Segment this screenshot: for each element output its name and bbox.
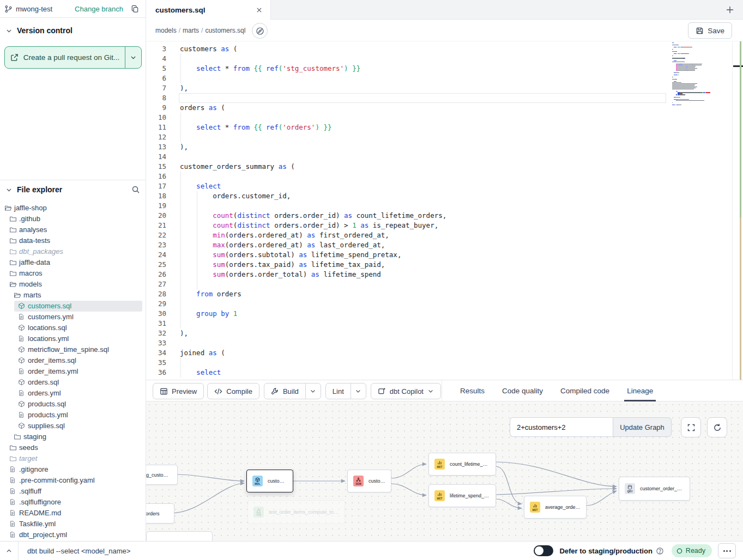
file-tree-item[interactable]: locations.sql bbox=[0, 322, 146, 333]
file-tree-item[interactable]: order_items.yml bbox=[0, 366, 146, 377]
annotation-strip bbox=[740, 41, 741, 380]
lineage-node-count-lifetime-orders[interactable]: METcount_lifetime_orders bbox=[428, 453, 496, 476]
lineage-node-customers[interactable]: SEMcustomers bbox=[347, 470, 391, 492]
more-options-button[interactable] bbox=[718, 543, 736, 558]
file-tree-item[interactable]: metricflow_time_spine.sql bbox=[0, 344, 146, 355]
file-tree-item[interactable]: data-tests bbox=[0, 235, 146, 246]
file-tree-item[interactable]: dbt_packages bbox=[0, 246, 146, 257]
file-tree-item[interactable]: jaffle-data bbox=[0, 257, 146, 268]
refresh-button[interactable] bbox=[707, 417, 727, 437]
file-tree-item[interactable]: macros bbox=[0, 268, 146, 279]
build-button[interactable]: Build bbox=[264, 384, 305, 399]
preview-button[interactable]: Preview bbox=[153, 383, 204, 399]
lineage-node-lifetime-spend-pretax[interactable]: METlifetime_spend_pretax bbox=[428, 484, 496, 507]
lineage-node-stg-customers[interactable]: MDLstg_customers bbox=[146, 465, 178, 485]
file-tree-item[interactable]: analyses bbox=[0, 224, 146, 235]
lineage-panel[interactable]: MDLstg_customersMDLordersMDLcustomersTST… bbox=[146, 401, 743, 541]
file-tree-item[interactable]: .pre-commit-config.yaml bbox=[0, 475, 146, 486]
new-tab-button[interactable] bbox=[724, 4, 735, 15]
lineage-node-partial[interactable] bbox=[146, 531, 213, 541]
create-pr-button[interactable]: Create a pull request on Git... bbox=[4, 46, 142, 69]
code-line: 3customers as ( bbox=[146, 44, 743, 54]
save-button[interactable]: Save bbox=[688, 22, 732, 39]
lineage-node-customers[interactable]: MDLcustomers bbox=[246, 470, 293, 492]
editor-toolbar: Preview Compile Build Lint bbox=[146, 380, 743, 401]
file-tree-item[interactable]: .gitignore bbox=[0, 464, 146, 475]
code-editor[interactable]: 23customers as (45 select * from {{ ref(… bbox=[146, 41, 743, 380]
file-tree-item[interactable]: staging bbox=[0, 431, 146, 442]
file-tree-item[interactable]: orders.sql bbox=[0, 377, 146, 388]
breadcrumb-segment[interactable]: marts bbox=[183, 27, 199, 34]
build-dropdown-caret[interactable] bbox=[305, 384, 321, 399]
cli-command[interactable]: dbt build --select <model_name> bbox=[27, 547, 130, 555]
file-tree-item[interactable]: Taskfile.yml bbox=[0, 519, 146, 529]
editor-tabbar: customers.sql bbox=[146, 0, 743, 20]
lineage-node-customer-order-metrics[interactable]: QRYcustomer_order_metrics bbox=[619, 477, 690, 501]
panel-tab-results[interactable]: Results bbox=[460, 380, 485, 401]
pr-button-caret[interactable] bbox=[125, 47, 141, 68]
change-branch-link[interactable]: Change branch bbox=[75, 5, 123, 13]
lint-button[interactable]: Lint bbox=[326, 384, 351, 399]
folder-icon bbox=[9, 237, 17, 245]
file-tree-item[interactable]: models bbox=[0, 279, 146, 290]
compile-button[interactable]: Compile bbox=[207, 383, 259, 399]
file-tree-item[interactable]: .sqlfluff bbox=[0, 486, 146, 497]
lineage-node-orders[interactable]: MDLorders bbox=[146, 503, 174, 524]
file-tree-item[interactable]: supplies.sql bbox=[0, 421, 146, 431]
code-line: 21 count(distinct orders.order_id) > 1 a… bbox=[146, 221, 743, 230]
file-tree-item[interactable]: order_items.sql bbox=[0, 355, 146, 366]
copy-icon[interactable] bbox=[131, 5, 139, 13]
file-icon bbox=[18, 368, 25, 375]
file-icon bbox=[9, 509, 16, 516]
panel-tab-compiled-code[interactable]: Compiled code bbox=[560, 380, 609, 401]
search-icon[interactable] bbox=[131, 185, 140, 194]
file-tree-item[interactable]: .sqlfluffignore bbox=[0, 497, 146, 508]
panel-tab-code-quality[interactable]: Code quality bbox=[502, 380, 543, 401]
lineage-node-average-order-value[interactable]: METaverage_order_value bbox=[524, 496, 587, 519]
chevron-down-icon bbox=[427, 388, 434, 394]
file-tree-item[interactable]: customers.sql bbox=[0, 301, 146, 312]
file-tree-item[interactable]: jaffle-shop bbox=[0, 203, 146, 214]
editor-tab-customers-sql[interactable]: customers.sql bbox=[146, 0, 271, 20]
file-tree-item[interactable]: orders.yml bbox=[0, 388, 146, 399]
breadcrumb: models/marts/customers.sql bbox=[155, 20, 245, 41]
file-icon bbox=[9, 466, 16, 473]
file-tree-item[interactable]: README.md bbox=[0, 508, 146, 519]
file-tree-item[interactable]: .github bbox=[0, 214, 146, 224]
file-icon bbox=[9, 488, 16, 495]
file-tree-item[interactable]: target bbox=[0, 453, 146, 464]
file-tree-item[interactable]: products.yml bbox=[0, 410, 146, 421]
node-badge-mdl-icon: MDL bbox=[252, 476, 263, 486]
file-tree-item[interactable]: dbt_project.yml bbox=[0, 529, 146, 540]
git-branch-icon bbox=[4, 5, 13, 13]
fullscreen-button[interactable] bbox=[681, 417, 701, 437]
file-tree-item[interactable]: customers.yml bbox=[0, 312, 146, 322]
dbt-copilot-button[interactable]: dbt Copilot bbox=[371, 383, 441, 399]
file-tree-item[interactable]: products.sql bbox=[0, 399, 146, 410]
copilot-breadcrumb-button[interactable] bbox=[252, 23, 268, 39]
code-line: 23 max(orders.ordered_at) as last_ordere… bbox=[146, 240, 743, 250]
lint-dropdown-caret[interactable] bbox=[351, 384, 366, 399]
defer-toggle[interactable] bbox=[534, 545, 553, 556]
collapse-panel-button[interactable] bbox=[0, 541, 19, 560]
close-icon[interactable] bbox=[256, 7, 263, 14]
version-control-header[interactable]: Version control bbox=[5, 26, 140, 35]
file-tree-item[interactable]: locations.yml bbox=[0, 333, 146, 344]
model-icon bbox=[18, 357, 25, 364]
breadcrumb-segment[interactable]: models bbox=[155, 27, 177, 34]
breadcrumb-row: models/marts/customers.sql Save bbox=[146, 20, 743, 41]
help-icon[interactable] bbox=[656, 547, 664, 555]
model-icon bbox=[18, 302, 25, 309]
minimap[interactable] bbox=[672, 42, 730, 106]
panel-tab-lineage[interactable]: Lineage bbox=[627, 380, 653, 401]
file-explorer-header[interactable]: File explorer bbox=[5, 183, 140, 196]
lineage-node-test-order-items-compute-to-bools-[interactable]: TSTtest_order_items_compute_to_bools... bbox=[247, 500, 345, 524]
breadcrumb-segment[interactable]: customers.sql bbox=[205, 27, 245, 34]
file-tree-item[interactable]: seeds bbox=[0, 442, 146, 453]
file-tree-item[interactable]: marts bbox=[0, 290, 146, 301]
status-bar: dbt build --select <model_name> Defer to… bbox=[0, 541, 743, 560]
lineage-search-input[interactable] bbox=[510, 417, 613, 437]
update-graph-button[interactable]: Update Graph bbox=[613, 417, 672, 437]
model-icon bbox=[18, 346, 25, 353]
scrollbar-thumb[interactable] bbox=[733, 65, 743, 67]
